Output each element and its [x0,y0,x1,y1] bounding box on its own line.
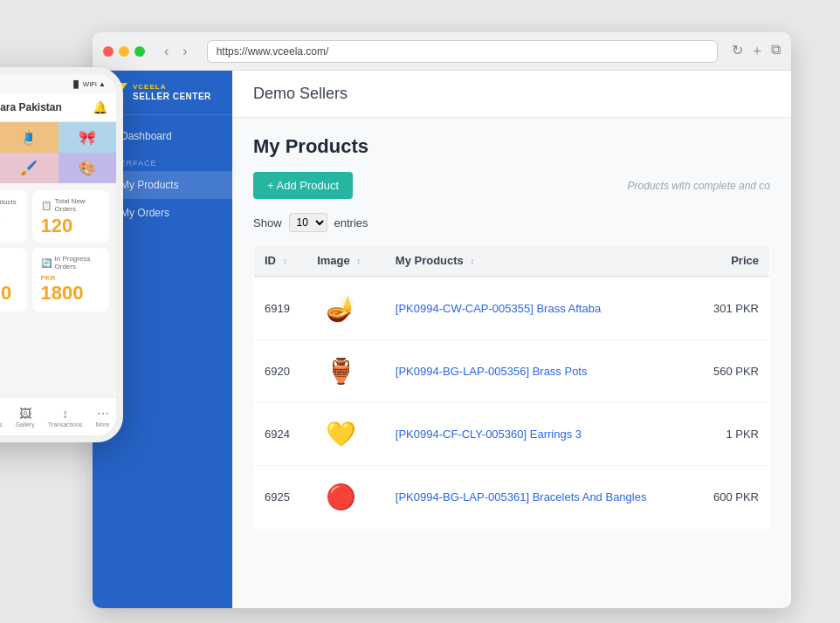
bottom-nav-gallery[interactable]: 🖼 Gallery [16,407,35,428]
product-image-4: 🔴 [317,473,365,521]
stat-card-in-progress: 🔄 In Progress Orders PKR 1800 [32,248,110,312]
stat-value-orders: 120 [41,216,101,236]
bottom-nav-more-label: More [96,421,110,428]
show-entries-row: Show 10 25 50 entries [253,213,770,232]
stat-card-new-orders: 📋 Total New Orders 120 [32,190,110,243]
url-text: https://www.vceela.com/ [217,45,329,58]
more-icon: ⋯ [97,407,109,421]
bottom-nav-products-label: Products [0,421,3,428]
phone-header: ☰ Sara Pakistan 🔔 [0,93,116,122]
reload-icon[interactable]: ↻ [732,42,743,60]
cell-image-2: 🏺 [306,340,385,403]
banner-cell-2: 🧵 [0,122,58,153]
sort-arrows-products: ↕ [470,257,474,266]
back-button[interactable]: ‹ [159,42,174,61]
cell-image-3: 💛 [306,403,385,466]
main-content: Demo Sellers My Products + Add Product P… [232,71,791,608]
bottom-nav-transactions-label: Transactions [48,421,83,428]
phone-overlay: 9:41 ▐▌ WiFi ▲ ☰ Sara Pakistan 🔔 ✂️ 🧵 🎀 [0,67,123,442]
toolbar-hint: Products with complete and co [628,180,770,192]
page-header: Demo Sellers [232,71,791,118]
gallery-icon: 🖼 [19,407,31,421]
banner-cell-3: 🎀 [59,122,116,153]
page-body: My Products + Add Product Products with … [232,118,791,546]
table-row: 6924 💛 [PK0994-CF-CLY-005360] Earrings 3… [254,403,770,466]
phone-banner: ✂️ 🧵 🎀 📐 🖌️ 🎨 [0,122,116,183]
bottom-nav-more[interactable]: ⋯ More [96,407,110,428]
entries-select[interactable]: 10 25 50 [289,213,327,232]
table-row: 6920 🏺 [PK0994-BG-LAP-005356] Brass Pots… [254,340,770,403]
add-product-button[interactable]: + Add Product [253,172,353,199]
product-image-2: 🏺 [317,347,365,395]
cell-id-4: 6925 [254,466,307,529]
address-bar[interactable]: https://www.vceela.com/ [207,40,718,63]
stat-pkr-in-progress: PKR 1800 [41,274,101,305]
col-id[interactable]: ID ↕ [254,245,307,277]
stat-pkr-label-balance: PKR [0,274,18,282]
stat-value-in-progress: 1800 [41,282,84,304]
cell-image-4: 🔴 [306,466,385,529]
forward-button[interactable]: › [177,42,192,61]
cell-id-2: 6920 [254,340,307,403]
cell-name-2: [PK0994-BG-LAP-005356] Brass Pots [385,340,694,403]
table-row: 6925 🔴 [PK0994-BG-LAP-005361] Bracelets … [254,466,770,529]
sidebar-item-my-products-label: My Products [120,179,179,191]
table-header: ID ↕ Image ↕ My Products ↕ Price [254,245,770,277]
stat-label-row-1: 📦 Total Products [0,197,18,207]
banner-cell-6: 🎨 [59,153,116,183]
stat-label-balance: Available Balance [0,255,18,270]
product-link-4[interactable]: [PK0994-BG-LAP-005361] Bracelets And Ban… [396,490,647,503]
cell-price-3: 1 PKR [694,403,770,466]
page-wrapper: 9:41 ▐▌ WiFi ▲ ☰ Sara Pakistan 🔔 ✂️ 🧵 🎀 [40,15,800,608]
cell-name-4: [PK0994-BG-LAP-005361] Bracelets And Ban… [385,466,694,529]
banner-craft-grid: ✂️ 🧵 🎀 📐 🖌️ 🎨 [0,122,116,183]
bottom-nav-products[interactable]: ▦ Products [0,407,3,428]
product-link-2[interactable]: [PK0994-BG-LAP-005356] Brass Pots [396,365,588,378]
table-header-row: ID ↕ Image ↕ My Products ↕ Price [254,245,770,277]
stat-label-row-4: 🔄 In Progress Orders [41,255,101,270]
phone-stats-grid: 📦 Total Products 1420 📋 Total New Orders… [0,183,116,318]
table-row: 6919 🪔 [PK0994-CW-CAP-005355] Brass Afta… [254,277,770,340]
toolbar: + Add Product Products with complete and… [253,172,770,199]
logo-text: VCEELA SELLER CENTER [133,84,211,101]
phone-seller-name: Sara Pakistan [0,101,62,113]
cell-image-1: 🪔 [306,277,385,340]
col-image[interactable]: Image ↕ [306,245,385,277]
stat-icon-in-progress: 🔄 [41,258,52,268]
phone-screen: ☰ Sara Pakistan 🔔 ✂️ 🧵 🎀 📐 🖌️ 🎨 [0,93,116,397]
stat-label-row-2: 📋 Total New Orders [41,197,101,213]
col-price[interactable]: Price [694,245,770,277]
product-link-1[interactable]: [PK0994-CW-CAP-005355] Brass Aftaba [396,302,601,315]
stat-label-orders: Total New Orders [55,197,101,213]
browser-actions: ↻ ＋ ⧉ [732,42,781,60]
sidebar-item-dashboard-label: Dashboard [120,130,172,142]
cell-price-4: 600 PKR [694,466,770,529]
cell-price-2: 560 PKR [694,340,770,403]
new-tab-icon[interactable]: ＋ [750,42,764,60]
col-my-products[interactable]: My Products ↕ [385,245,694,277]
stat-label-row-3: 👤 Available Balance [0,255,18,270]
browser-window: ‹ › https://www.vceela.com/ ↻ ＋ ⧉ [93,32,791,608]
stat-label-in-progress: In Progress Orders [55,255,101,270]
windows-icon[interactable]: ⧉ [771,42,781,60]
phone-frame: 9:41 ▐▌ WiFi ▲ ☰ Sara Pakistan 🔔 ✂️ 🧵 🎀 [0,67,123,442]
browser-titlebar: ‹ › https://www.vceela.com/ ↻ ＋ ⧉ [93,32,791,71]
traffic-light-green[interactable] [134,46,145,57]
phone-bell-icon[interactable]: 🔔 [93,100,107,114]
bottom-nav-transactions[interactable]: ↕ Transactions [48,407,83,428]
cell-id-1: 6919 [254,277,307,340]
logo-seller-center-label: SELLER CENTER [133,92,211,101]
cell-name-1: [PK0994-CW-CAP-005355] Brass Aftaba [385,277,694,340]
show-label: Show [253,216,282,229]
product-image-1: 🪔 [317,284,365,332]
product-link-3[interactable]: [PK0994-CF-CLY-005360] Earrings 3 [396,428,582,441]
stat-icon-orders: 📋 [41,201,52,210]
phone-signal: ▐▌ WiFi ▲ [71,80,106,88]
traffic-light-yellow[interactable] [119,46,129,57]
table-body: 6919 🪔 [PK0994-CW-CAP-005355] Brass Afta… [254,277,770,529]
traffic-light-red[interactable] [103,46,114,57]
stat-pkr-label-progress: PKR [41,274,101,282]
banner-cell-5: 🖌️ [0,153,58,183]
stat-label-products: Total Products [0,198,17,206]
cell-id-3: 6924 [254,403,307,466]
